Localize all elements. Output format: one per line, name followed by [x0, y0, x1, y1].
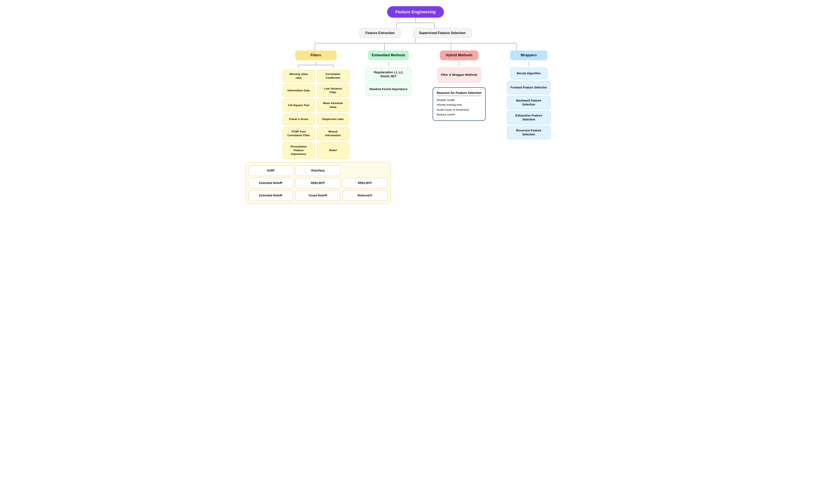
extended-relieff-1-node: Extended ReliefF	[249, 178, 293, 188]
information-gain-node: Information Gain	[283, 84, 315, 97]
filters-column: Filters Missing value ratio Correlation …	[281, 51, 351, 204]
permutation-node: Permutation Feature Importance	[283, 142, 315, 159]
regularization-node: Regularzation L1, L2, Elastic NET	[366, 68, 411, 81]
recursive-feature-node: Recursive Feature Selection	[507, 126, 551, 139]
rrelieff-1-node: RRELIEFF	[295, 178, 340, 188]
filters-connector	[283, 62, 349, 68]
reasons-box: Reasons for Feature Selection Simpler mo…	[433, 87, 486, 121]
tuned-relieff-node: Tuned ReliefF	[295, 190, 340, 201]
surf-node: SURF	[249, 166, 293, 176]
reasons-title: Reasons for Feature Selection	[437, 91, 482, 96]
l1-l2-connector	[281, 38, 551, 51]
reason-4: Reduce overfit	[437, 112, 482, 117]
reliefseq-node: ReliefSeq	[295, 166, 340, 176]
missing-value-ratio-node: Missing value ratio	[283, 70, 315, 82]
dispersion-ratio-node: Dispersion ratio	[317, 114, 349, 125]
forward-feature-node: Forward Feature Selection	[507, 81, 551, 94]
hybrid-v-connector	[457, 62, 461, 66]
root-node: Feature Engineering	[387, 6, 444, 18]
supervised-feature-selection-node: Supervised Feature Selection	[413, 28, 472, 38]
filter-wrapper-node: Filter & Wrapper Methods	[437, 68, 481, 82]
relieved-f-node: Relieved-F	[343, 190, 388, 201]
embedded-column: Embedded Methods Regularzation L1, L2, E…	[366, 51, 411, 96]
reason-1: Simpler model	[437, 98, 482, 102]
wrappers-column: Wrappers Boruta Algorithm Forward Featur…	[507, 51, 551, 139]
exhaustive-feature-node: Exhaustive Feature Selection	[507, 111, 551, 124]
feature-extraction-node: Feature Extraction	[359, 28, 400, 38]
root-l1-connector	[374, 18, 457, 28]
fishers-score-node: Fisher's Score	[283, 114, 315, 125]
fcbf-node: FCBF Fast Correlation Filter	[283, 127, 315, 140]
chi-square-test-node: Chi-Square Test	[283, 99, 315, 111]
relief-node: Relief	[317, 142, 349, 159]
filters-node: Filters	[295, 51, 337, 60]
correlation-coefficient-node: Correlation Coefficient	[317, 70, 349, 82]
embedded-v-connector	[386, 62, 391, 66]
hybrid-methods-node: Hybrid Methods	[440, 51, 478, 60]
mutual-information-node: Mutual Information	[317, 127, 349, 140]
extended-relieff-2-node: Extended ReliefF	[249, 190, 293, 201]
embedded-methods-node: Embedded Methods	[368, 51, 409, 60]
reason-3: Avoid Curse of Dimension	[437, 107, 482, 112]
random-forest-node: Random Forest Importance	[366, 83, 411, 96]
rrelieff-2-node: RRELIEFF	[343, 178, 388, 188]
reasons-items: Simpler model Shorter training time Avoi…	[437, 98, 482, 117]
hybrid-column: Hybrid Methods Filter & Wrapper Methods …	[426, 51, 492, 121]
boruta-node: Boruta Algorithm	[510, 68, 547, 79]
mean-absolute-value-node: Mean Absolute Value	[317, 99, 349, 111]
backward-feature-node: Backward Feature Selection	[507, 96, 551, 109]
reason-2: Shorter training time	[437, 102, 482, 107]
low-variance-filter-node: Low Variance Filter	[317, 84, 349, 97]
wrappers-node: Wrappers	[510, 51, 547, 60]
wrappers-v-connector	[527, 62, 531, 66]
diagram: Feature Engineering Feature Extraction S…	[281, 6, 551, 204]
